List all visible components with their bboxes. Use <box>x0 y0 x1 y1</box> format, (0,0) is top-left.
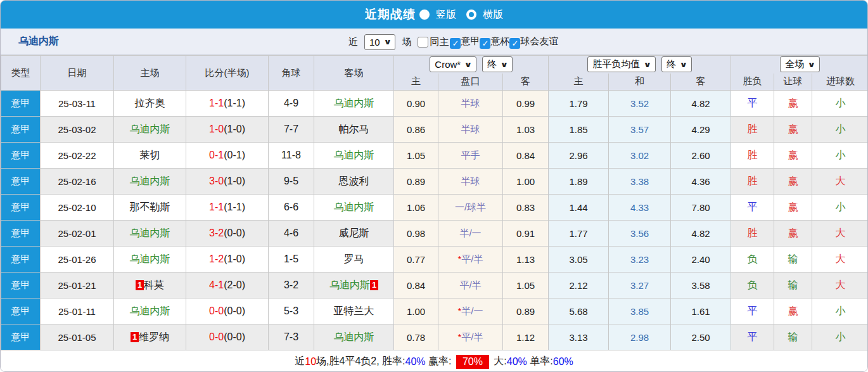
horizontal-layout-radio[interactable] <box>466 10 476 20</box>
recent-count-select[interactable]: 10 ∨ <box>364 34 395 50</box>
avg-draw-cell: 2.98 <box>609 324 671 350</box>
odds-away-cell: 1.12 <box>503 324 549 350</box>
score-fulltime: 0-0 <box>209 305 224 316</box>
date-cell: 25-03-02 <box>41 117 114 143</box>
match-row[interactable]: 意甲 25-02-10 那不勒斯 1-1(1-1) 6-6 乌迪内斯 1.06 … <box>1 195 868 221</box>
summary-footer: 近10场,胜4平4负2, 胜率:40% 赢率: 70% 大:40% 单率:60% <box>1 350 867 372</box>
scope-select[interactable]: 全场 ∨ <box>780 56 820 72</box>
avg-draw-cell: 3.56 <box>609 221 671 247</box>
result-cell: 平 <box>731 91 774 117</box>
match-row[interactable]: 意甲 25-01-26 乌迪内斯 1-2(1-0) 1-5 罗马 0.77 *平… <box>1 247 868 273</box>
bookmaker-select[interactable]: Crow* ∨ <box>430 56 476 72</box>
handicap-value: 平手 <box>461 150 480 160</box>
score-fulltime: 1-1 <box>209 202 224 212</box>
home-team-name: 科莫 <box>144 279 164 290</box>
handicap-value: 平/半 <box>461 253 483 264</box>
corners-cell: 7-3 <box>269 324 314 350</box>
score-fulltime: 3-2 <box>209 228 224 238</box>
red-card-badge: 1 <box>370 280 378 290</box>
match-row[interactable]: 意甲 25-01-05 1维罗纳 0-0(0-0) 7-3 乌迪内斯 0.78 … <box>1 324 868 350</box>
away-team-cell: 乌迪内斯1 <box>314 273 394 298</box>
away-team-name: 乌迪内斯 <box>334 202 374 212</box>
league-checkbox-label[interactable]: 意甲 <box>461 35 480 46</box>
league-cell: 意甲 <box>1 143 41 169</box>
corners-cell: 7-7 <box>269 117 314 143</box>
avg-away-cell: 4.29 <box>671 117 731 143</box>
score-fulltime: 1-2 <box>209 253 224 264</box>
odds-home-cell: 0.90 <box>394 91 438 117</box>
league-checkbox[interactable]: ✓ <box>509 38 520 49</box>
vertical-layout-label[interactable]: 竖版 <box>436 8 456 22</box>
handicap-value: 平/半 <box>461 331 483 342</box>
result-cell: 胜 <box>731 117 774 143</box>
avg-time-select[interactable]: 终 ∨ <box>661 56 692 72</box>
bookmaker-time-select[interactable]: 终 ∨ <box>482 56 513 72</box>
home-team-cell: 乌迪内斯 <box>114 169 186 195</box>
bookmaker-select-value: Crow* <box>435 59 461 70</box>
handicap-result-cell: 赢 <box>774 169 812 195</box>
goals-cell: 小 <box>812 195 868 221</box>
handicap-cell: 半/一 <box>438 221 503 247</box>
handicap-result-cell: 输 <box>774 273 812 298</box>
match-row[interactable]: 意甲 25-02-01 乌迪内斯 3-2(0-0) 4-6 威尼斯 0.98 半… <box>1 221 868 247</box>
same-home-label: 同主 <box>430 36 449 48</box>
date-cell: 25-01-21 <box>41 273 114 298</box>
chevron-down-icon: ∨ <box>383 37 392 46</box>
handicap-value: 一/球半 <box>455 202 486 212</box>
horizontal-layout-label[interactable]: 横版 <box>483 8 503 22</box>
handicap-result-cell: 赢 <box>774 91 812 117</box>
league-cell: 意甲 <box>1 169 41 195</box>
corners-cell: 6-6 <box>269 195 314 221</box>
score-fulltime: 1-1 <box>209 98 224 108</box>
league-checkbox-label[interactable]: 球会友谊 <box>520 35 558 46</box>
avg-away-cell: 2.40 <box>671 247 731 273</box>
home-team-name: 乌迪内斯 <box>130 305 170 316</box>
home-team-cell: 乌迪内斯 <box>114 298 186 324</box>
away-team-cell: 帕尔马 <box>314 117 394 143</box>
match-row[interactable]: 意甲 25-02-16 乌迪内斯 3-0(1-0) 9-5 恩波利 0.89 半… <box>1 169 868 195</box>
away-team-cell: 乌迪内斯 <box>314 324 394 350</box>
date-cell: 25-02-01 <box>41 221 114 247</box>
match-row[interactable]: 意甲 25-02-22 莱切 0-1(0-1) 11-8 乌迪内斯 1.05 平… <box>1 143 868 169</box>
vertical-layout-radio[interactable] <box>419 10 430 20</box>
home-team-cell: 1维罗纳 <box>114 324 186 350</box>
match-row[interactable]: 意甲 25-03-11 拉齐奥 1-1(1-1) 4-9 乌迪内斯 0.90 半… <box>1 91 868 117</box>
match-row[interactable]: 意甲 25-01-11 乌迪内斯 0-0(0-0) 5-3 亚特兰大 1.00 … <box>1 298 868 324</box>
footer-part: 40% <box>405 356 426 368</box>
footer-part: 大: <box>491 355 507 368</box>
corners-cell: 9-5 <box>269 169 314 195</box>
avg-draw-cell: 3.27 <box>609 273 671 298</box>
avg-odds-select[interactable]: 胜平负均值 ∨ <box>587 56 656 72</box>
date-cell: 25-01-26 <box>41 247 114 273</box>
goals-cell: 大 <box>812 273 868 298</box>
header-home: 主场 <box>114 56 186 91</box>
score-halftime: (1-0) <box>224 124 245 134</box>
score-halftime: (1-1) <box>224 202 245 212</box>
handicap-cell: 半球 <box>438 91 503 117</box>
home-team-cell: 乌迪内斯 <box>114 117 186 143</box>
header-date: 日期 <box>41 56 114 91</box>
away-team-cell: 恩波利 <box>314 169 394 195</box>
recent-results-panel: 近期战绩 竖版 横版 乌迪内斯 近 10 ∨ 场 同主 ✓意甲✓意杯✓球会友谊 <box>0 0 868 372</box>
home-team-name: 乌迪内斯 <box>130 253 170 264</box>
header-type: 类型 <box>1 56 41 91</box>
goals-cell: 小 <box>812 324 868 350</box>
footer-part: 40% <box>507 356 527 368</box>
league-checkbox[interactable]: ✓ <box>480 38 490 49</box>
subheader-result: 胜负 <box>731 74 774 91</box>
avg-home-cell: 2.96 <box>549 143 609 169</box>
score-halftime: (2-0) <box>224 279 245 290</box>
handicap-result-cell: 赢 <box>774 298 812 324</box>
score-fulltime: 1-0 <box>209 124 224 134</box>
recent-count-value: 10 <box>369 37 380 48</box>
match-row[interactable]: 意甲 25-01-21 1科莫 4-1(2-0) 3-2 乌迪内斯1 0.84 … <box>1 273 868 298</box>
away-team-name: 帕尔马 <box>339 124 369 134</box>
match-row[interactable]: 意甲 25-03-02 乌迪内斯 1-0(1-0) 7-7 帕尔马 0.86 半… <box>1 117 868 143</box>
header-score: 比分(半场) <box>186 56 269 91</box>
league-checkbox-label[interactable]: 意杯 <box>490 35 509 46</box>
league-checkbox[interactable]: ✓ <box>450 38 461 49</box>
bookmaker-time-value: 终 <box>487 58 497 70</box>
avg-odds-value: 胜平负均值 <box>592 58 640 70</box>
same-home-checkbox[interactable] <box>418 37 428 48</box>
away-team-name: 威尼斯 <box>339 228 369 238</box>
